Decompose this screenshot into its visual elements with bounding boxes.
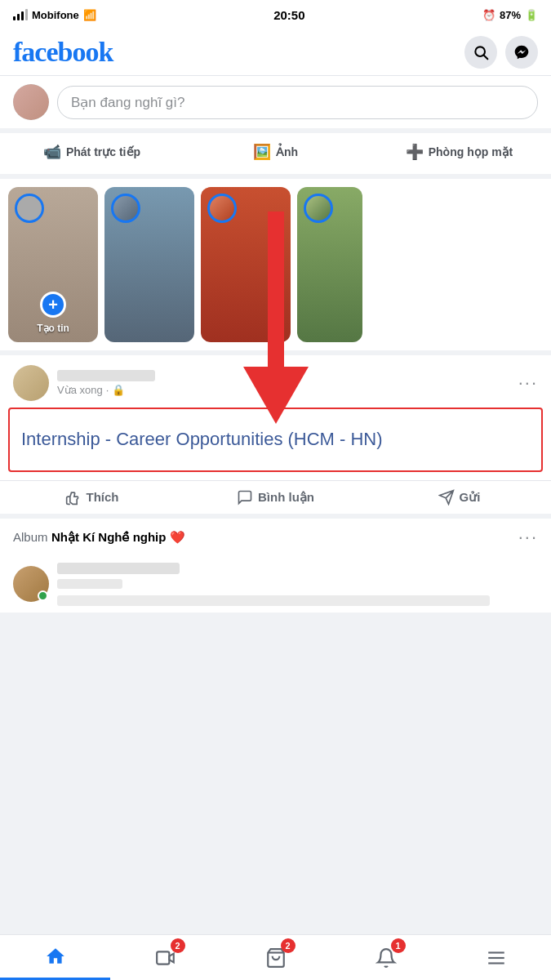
album-label: Album Nhật Kí Nghề nghip ❤️ — [13, 530, 185, 545]
story-avatar-1 — [15, 194, 44, 223]
battery-label: 87% — [500, 9, 521, 21]
user-avatar — [13, 84, 49, 120]
bottom-spacer — [0, 612, 551, 670]
comment-button[interactable]: Bình luận — [184, 481, 367, 514]
album-name: Nhật Kí Nghề nghip — [51, 530, 166, 544]
nav-video[interactable]: 2 — [110, 935, 220, 980]
search-button[interactable] — [464, 36, 497, 69]
svg-rect-4 — [268, 212, 284, 375]
messenger-icon — [513, 44, 530, 60]
album-post-header: Album Nhật Kí Nghề nghip ❤️ ··· — [0, 519, 551, 556]
second-post-avatar — [13, 566, 49, 602]
story-plus-icon: + — [40, 292, 66, 318]
signal-icon — [13, 9, 28, 20]
photo-icon: 🖼️ — [253, 143, 271, 161]
status-left: Mobifone 📶 — [13, 9, 96, 21]
send-icon — [438, 489, 455, 506]
story-avatar-2 — [111, 194, 140, 223]
svg-marker-3 — [243, 367, 309, 424]
svg-rect-5 — [157, 951, 169, 964]
comment-icon — [237, 489, 253, 506]
album-prefix: Album — [13, 530, 48, 544]
post-card: Vừa xong · 🔒 ··· Internship - Career O — [0, 355, 551, 514]
alarm-icon: ⏰ — [482, 9, 495, 21]
send-button[interactable]: Gửi — [367, 481, 551, 514]
second-time-bar — [57, 579, 122, 589]
post-time: Vừa xong · 🔒 — [57, 384, 155, 396]
post-more-button[interactable]: ··· — [518, 372, 538, 394]
action-buttons-row: 📹 Phát trực tiếp 🖼️ Ảnh ➕ Phòng họp mặt — [0, 133, 551, 179]
status-time: 20:50 — [273, 8, 304, 22]
like-button[interactable]: Thích — [0, 481, 184, 514]
post-time-text: Vừa xong — [57, 384, 103, 396]
status-right: ⏰ 87% 🔋 — [482, 9, 538, 21]
app-header: facebook — [0, 29, 551, 76]
bottom-navigation: 2 2 1 — [0, 934, 551, 980]
room-label: Phòng họp mặt — [429, 145, 513, 158]
search-icon — [473, 44, 489, 60]
live-button[interactable]: 📹 Phát trực tiếp — [0, 136, 184, 167]
video-badge: 2 — [171, 938, 185, 953]
post-actions: Thích Bình luận Gửi — [0, 480, 551, 514]
live-label: Phát trực tiếp — [66, 145, 140, 158]
send-label: Gửi — [460, 490, 481, 505]
like-icon — [65, 489, 82, 506]
privacy-icon: · — [106, 384, 109, 396]
album-emoji: ❤️ — [170, 530, 185, 544]
live-icon: 📹 — [43, 143, 61, 161]
second-author-name-bar — [57, 563, 180, 574]
photo-label: Ảnh — [276, 145, 298, 158]
album-more-button[interactable]: ··· — [518, 527, 538, 548]
bell-badge: 1 — [391, 938, 406, 953]
svg-line-1 — [484, 56, 488, 60]
nav-home[interactable] — [0, 935, 110, 980]
like-label: Thích — [87, 490, 119, 504]
home-icon — [45, 946, 66, 967]
story-label-1: Tạo tin — [8, 323, 98, 334]
red-arrow-icon — [243, 212, 309, 424]
header-icons — [464, 36, 538, 69]
carrier-label: Mobifone — [32, 9, 79, 21]
story-card-1[interactable]: Tạo tin + — [8, 187, 98, 342]
messenger-button[interactable] — [505, 36, 538, 69]
room-button[interactable]: ➕ Phòng họp mặt — [367, 136, 551, 167]
red-arrow-container — [243, 212, 309, 427]
post-prompt-input[interactable]: Bạn đang nghĩ gì? — [57, 86, 538, 119]
second-post-text — [57, 563, 538, 606]
lock-icon: 🔒 — [112, 384, 125, 396]
nav-menu[interactable] — [441, 935, 551, 980]
wifi-icon: 📶 — [83, 9, 96, 21]
menu-icon — [486, 947, 507, 969]
status-bar: Mobifone 📶 20:50 ⏰ 87% 🔋 — [0, 0, 551, 29]
market-badge: 2 — [281, 938, 295, 953]
post-author-info: Vừa xong · 🔒 — [57, 370, 155, 396]
photo-button[interactable]: 🖼️ Ảnh — [184, 136, 367, 167]
online-indicator — [38, 590, 48, 601]
story-avatar-3 — [207, 194, 237, 223]
battery-icon: 🔋 — [525, 9, 538, 21]
room-icon: ➕ — [406, 143, 424, 161]
facebook-logo: facebook — [13, 37, 113, 68]
second-post-preview — [0, 556, 551, 612]
comment-label: Bình luận — [258, 490, 314, 505]
story-card-2[interactable] — [104, 187, 194, 342]
post-header-left: Vừa xong · 🔒 — [13, 365, 155, 401]
post-author-name — [57, 370, 155, 381]
second-content-bar — [57, 595, 490, 606]
post-author-avatar — [13, 365, 49, 401]
nav-notifications[interactable]: 1 — [331, 935, 441, 980]
nav-marketplace[interactable]: 2 — [220, 935, 331, 980]
create-post-section: Bạn đang nghĩ gì? — [0, 76, 551, 133]
